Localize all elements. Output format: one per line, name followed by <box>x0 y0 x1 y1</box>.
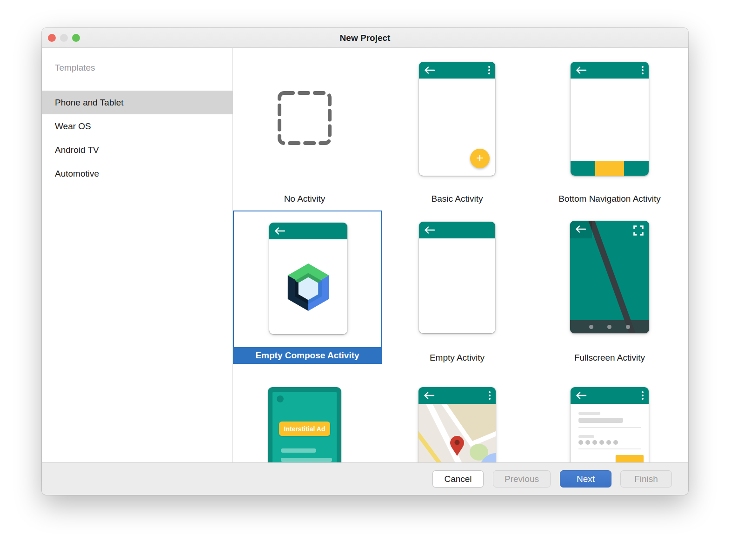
skeleton-line <box>281 458 332 462</box>
template-label-empty-activity: Empty Activity <box>381 351 533 365</box>
new-project-dialog: New Project Templates Phone and Tablet W… <box>42 28 688 495</box>
jetpack-compose-logo <box>281 261 336 312</box>
back-arrow-icon <box>576 66 587 74</box>
kebab-menu-icon <box>488 66 490 74</box>
template-label-fullscreen-activity: Fullscreen Activity <box>534 351 685 365</box>
compose-phone-mockup <box>269 223 347 334</box>
back-arrow-icon <box>424 66 435 74</box>
app-bar <box>571 62 649 79</box>
finish-button[interactable]: Finish <box>620 470 672 488</box>
title-bar: New Project <box>42 28 688 48</box>
back-arrow-icon <box>274 227 286 235</box>
template-card-empty-activity[interactable] <box>419 222 495 333</box>
template-card-basic-activity[interactable]: + <box>419 62 495 176</box>
back-arrow-icon <box>575 225 586 233</box>
sidebar-item-phone-and-tablet[interactable]: Phone and Tablet <box>42 91 232 114</box>
template-card-google-maps-activity[interactable] <box>418 387 496 462</box>
field-underline <box>578 427 641 428</box>
field-label-skeleton <box>578 435 594 438</box>
sidebar-item-label: Wear OS <box>55 121 91 132</box>
cancel-button[interactable]: Cancel <box>432 470 484 488</box>
next-button[interactable]: Next <box>560 470 611 488</box>
fullscreen-icon <box>633 225 644 236</box>
interstitial-ad-banner: Interstitial Ad <box>279 422 330 436</box>
sidebar-item-label: Android TV <box>55 145 99 155</box>
skeleton-line <box>281 448 316 453</box>
sidebar-item-automotive[interactable]: Automotive <box>42 162 232 185</box>
template-card-fullscreen-activity[interactable] <box>570 221 649 333</box>
fab-plus-icon: + <box>470 149 490 168</box>
previous-button[interactable]: Previous <box>493 470 551 488</box>
template-label-bottom-navigation-activity: Bottom Navigation Activity <box>534 192 685 206</box>
template-card-no-activity[interactable] <box>277 91 332 145</box>
field-value-skeleton <box>578 418 623 423</box>
kebab-menu-icon <box>642 66 644 74</box>
field-label-skeleton <box>578 412 600 415</box>
app-bar <box>419 62 495 79</box>
template-gallery: No Activity + Basic Activity <box>233 48 688 462</box>
back-arrow-icon <box>424 226 435 234</box>
login-button-skeleton <box>616 455 644 462</box>
template-label-basic-activity: Basic Activity <box>381 192 533 206</box>
template-card-admob-ads-activity[interactable]: Interstitial Ad <box>268 387 341 462</box>
field-underline <box>578 448 641 449</box>
kebab-menu-icon <box>642 391 644 400</box>
back-arrow-icon <box>576 392 587 399</box>
map-graphic <box>418 404 496 462</box>
template-label-no-activity: No Activity <box>233 192 380 206</box>
template-card-empty-compose-activity[interactable]: Empty Compose Activity <box>233 211 382 364</box>
bottom-navigation-bar <box>571 161 649 176</box>
app-bar <box>269 223 347 239</box>
template-card-bottom-navigation-activity[interactable] <box>571 62 649 176</box>
templates-sidebar: Templates Phone and Tablet Wear OS Andro… <box>42 48 233 462</box>
app-bar <box>571 387 649 404</box>
android-nav-bar <box>570 320 649 333</box>
admob-screen: Interstitial Ad <box>272 392 337 462</box>
no-activity-dashed-square-icon <box>277 91 332 145</box>
dialog-footer: Cancel Previous Next Finish <box>42 462 688 495</box>
template-card-login-activity[interactable] <box>571 387 649 462</box>
template-label-empty-compose-activity: Empty Compose Activity <box>233 347 382 364</box>
password-dots <box>578 440 618 445</box>
back-arrow-icon <box>424 392 435 399</box>
sidebar-item-wear-os[interactable]: Wear OS <box>42 114 232 138</box>
app-bar <box>418 387 496 404</box>
sidebar-header: Templates <box>55 62 232 74</box>
sidebar-item-label: Phone and Tablet <box>55 98 124 108</box>
app-bar <box>419 222 495 238</box>
camera-dot <box>277 395 284 402</box>
kebab-menu-icon <box>489 391 491 400</box>
sidebar-item-android-tv[interactable]: Android TV <box>42 138 232 162</box>
window-title: New Project <box>42 28 688 48</box>
sidebar-item-label: Automotive <box>55 169 99 179</box>
